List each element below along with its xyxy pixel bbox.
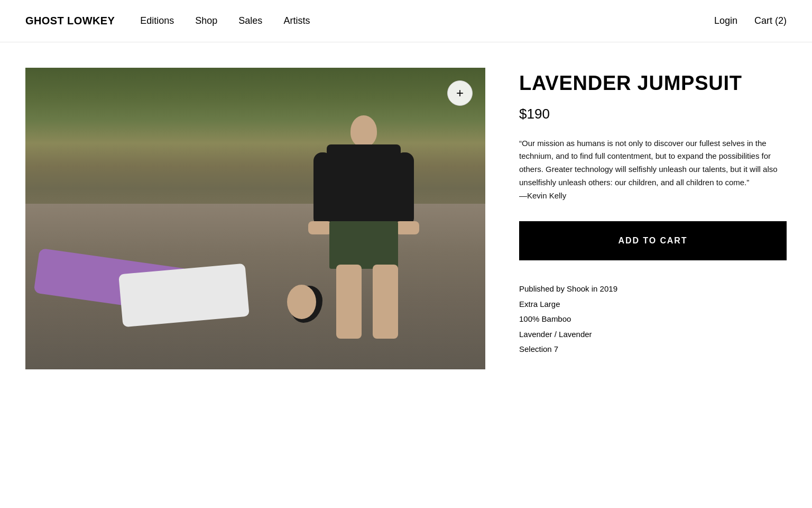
product-size: Extra Large — [519, 297, 787, 312]
product-price: $190 — [519, 106, 787, 122]
nav-item-sales[interactable]: Sales — [238, 15, 262, 26]
nav-item-shop[interactable]: Shop — [195, 15, 217, 26]
person-standing-leg-right — [373, 265, 398, 339]
header-left: GHOST LOWKEY Editions Shop Sales Artists — [25, 15, 310, 27]
product-details: LAVENDER JUMPSUIT $190 “Our mission as h… — [519, 68, 787, 369]
person-lying-head — [287, 285, 316, 319]
person-standing-torso — [327, 144, 401, 229]
person-standing-head — [350, 115, 377, 147]
product-publisher: Published by Shook in 2019 — [519, 282, 787, 297]
person-standing-shorts — [329, 221, 398, 269]
person-standing-hand-right — [395, 221, 419, 234]
zoom-button[interactable]: + — [447, 80, 473, 106]
product-title: LAVENDER JUMPSUIT — [519, 72, 787, 95]
brand-logo[interactable]: GHOST LOWKEY — [25, 15, 115, 27]
cart-link[interactable]: Cart (2) — [754, 15, 787, 26]
header: GHOST LOWKEY Editions Shop Sales Artists… — [0, 0, 812, 42]
product-image-container: + — [25, 68, 485, 369]
product-material: 100% Bamboo — [519, 312, 787, 327]
main-content: + LAVENDER JUMPSUIT $190 “Our mission as… — [0, 42, 812, 395]
nav-item-editions[interactable]: Editions — [140, 15, 174, 26]
product-color: Lavender / Lavender — [519, 327, 787, 342]
person-standing-hand-left — [308, 221, 332, 234]
login-link[interactable]: Login — [714, 15, 737, 26]
product-selection: Selection 7 — [519, 342, 787, 357]
person-standing-leg-left — [336, 265, 362, 339]
add-to-cart-button[interactable]: ADD TO CART — [519, 221, 787, 260]
nav-links: Editions Shop Sales Artists — [140, 15, 310, 26]
product-quote: “Our mission as humans is not only to di… — [519, 137, 787, 203]
header-right: Login Cart (2) — [714, 15, 787, 26]
product-image — [25, 68, 485, 369]
product-meta: Published by Shook in 2019 Extra Large 1… — [519, 282, 787, 357]
nav-item-artists[interactable]: Artists — [283, 15, 310, 26]
person-lying — [36, 253, 332, 348]
person-lying-torso — [118, 264, 250, 328]
